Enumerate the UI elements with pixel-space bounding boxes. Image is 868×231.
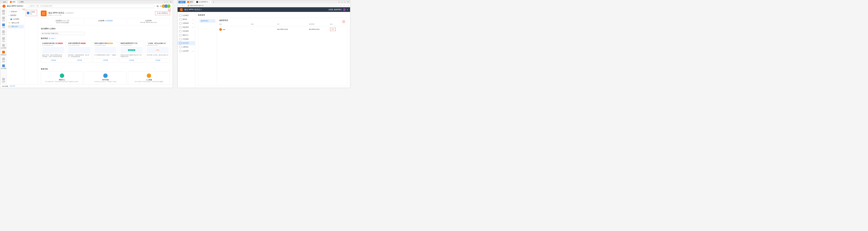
meeting-icon (2, 57, 5, 60)
rail-ent[interactable]: 企业管理 (1, 44, 6, 49)
sidebar-item-settings[interactable]: 企业设置▾ (178, 49, 195, 53)
rail-new[interactable]: +新建 (2, 10, 5, 15)
welcome-text: 欢迎您, 超级管理员 (329, 9, 342, 11)
nav-my-docs[interactable]: 📁 我的云文档 (8, 21, 24, 25)
forward-icon[interactable]: › (180, 5, 181, 6)
chevron-down-icon[interactable]: ▾ (201, 9, 202, 10)
rail-meeting[interactable]: 会议 (2, 57, 5, 63)
sublist-qyzs[interactable]: 1 企业助手 (26, 10, 37, 16)
avatar-group[interactable] (162, 4, 170, 8)
minimize-icon[interactable]: — (341, 1, 343, 3)
sidebar-item-contacts[interactable]: 通讯录▾ (178, 17, 195, 21)
bell-icon[interactable]: ◷ (160, 5, 161, 7)
brand-name: 金山 WPS+云办公 (184, 8, 200, 11)
view-button[interactable]: 立即查看 (42, 58, 64, 62)
page-title: 角色管理 (198, 14, 347, 16)
collapse-icon[interactable]: ︿ (41, 64, 170, 66)
tab-liaoku[interactable]: 稿壳 (8, 0, 17, 3)
stat-package: 企业套餐: 企业基础版 (84, 20, 127, 24)
home-icon[interactable]: ⌂ (184, 5, 185, 6)
gear-icon (179, 50, 182, 52)
card-2[interactable]: 电商行业解决方案 方案推荐已上线 2020年11月2日5个实用电商场景的小锦囊，… (93, 41, 118, 63)
sidebar-item-space[interactable]: 空间管理 (178, 29, 195, 33)
back-icon[interactable]: ‹ (179, 5, 179, 6)
more-icon[interactable]: ⋮ (213, 20, 214, 22)
add-member-button[interactable]: + (67, 20, 69, 22)
rail-files[interactable]: 文档 (2, 24, 5, 29)
chevron-down-icon[interactable]: ▾ (347, 9, 348, 10)
rail-member[interactable]: 稿壳会员 (1, 51, 6, 56)
rail-sea[interactable]: 金山海报 (1, 65, 6, 70)
sidebar-item-approval[interactable]: 审批管理▾ (178, 25, 195, 29)
brand-logo-icon (2, 5, 5, 8)
remove-button[interactable]: 移出 (330, 28, 336, 31)
url-input[interactable]: 🔒 https://work.wps.cn/ (186, 4, 343, 7)
more-help[interactable]: 帮助中心新人帮助手册，手把手教你升级从成往升级版的办公助手 (41, 72, 83, 84)
card-1[interactable]: 全新文档权限设置 新功能已上线 2020年11月2日组织架构，多层级权限设置，随… (67, 41, 92, 63)
space-icon (179, 30, 182, 32)
more-support[interactable]: 人工客服找不到答案? 专业企业服务人员为您提供专属服务 (128, 72, 170, 84)
role-tab-superadmin[interactable]: 超级管理员⋮ (199, 19, 216, 23)
chevron-icon: ▾ (192, 50, 193, 52)
close-icon[interactable]: ✕ (170, 1, 172, 3)
headset-icon[interactable]: 🎧 (157, 5, 159, 7)
nav-team-docs[interactable]: 📁 团队文档 (8, 25, 24, 28)
admin-avatar[interactable] (343, 8, 346, 11)
nav-new-team[interactable]: + 新建团队 (8, 14, 24, 17)
tab-liaoku[interactable]: 稿壳 (186, 0, 194, 3)
view-button[interactable]: 立即查看 (68, 58, 90, 62)
org-name: 金山 WPS+云办公 (48, 12, 64, 14)
tab-admin[interactable]: 企业管理后台 × (194, 0, 211, 3)
stat-space: 企业空间 4.81 GB / 450.00 GB (1.1%) (127, 20, 170, 24)
nav-quick[interactable]: ☆ 快速访问 (8, 10, 24, 13)
rail-todo[interactable]: 待办 (2, 37, 5, 42)
star-icon[interactable]: ☆ (346, 5, 347, 6)
view-button[interactable]: 立即查看 (94, 58, 117, 62)
doc-icon (10, 1, 12, 3)
sidebar-item-share[interactable]: 分享管控 (178, 45, 195, 49)
tab-close-icon[interactable]: × (209, 1, 210, 3)
minimize-icon[interactable]: — (164, 1, 166, 3)
chevron-down-icon[interactable]: ▾ (23, 5, 24, 7)
tab-new[interactable]: + 新建 (17, 0, 25, 3)
search-input[interactable]: ⌕ 搜索文件、团队、技巧或直接输入网址 (26, 5, 155, 8)
tab-wps[interactable]: WPS (1, 1, 8, 3)
sidebar-item-logs[interactable]: 日志报表 (178, 37, 195, 41)
window-controls: — □ ✕ (338, 1, 349, 3)
maximize-icon[interactable]: □ (344, 1, 346, 3)
rail-app[interactable]: 应用 (2, 78, 5, 84)
card-4[interactable]: 「企业版」能为企业做什么?白云板 2020年11月3日WPS点击开通了企业版，都… (145, 41, 170, 63)
ent-space-link[interactable]: 企业空间 (10, 85, 15, 87)
plus-icon: + (2, 10, 5, 12)
user-avatar[interactable] (338, 1, 340, 3)
academy-icon (103, 74, 107, 78)
file-nav: ☆ 快速访问 + 新建团队 👥 全员团队 📁 我的云文档 📁 团队文档 (7, 9, 25, 84)
grid-icon (2, 78, 5, 80)
sidebar-item-roles[interactable]: 3 角色管理 (178, 41, 195, 45)
close-icon[interactable]: ✕ (347, 1, 349, 3)
admin-icon (196, 1, 198, 3)
refresh-link[interactable]: 换一批切 ↻ (49, 38, 56, 39)
view-button[interactable]: 立即查看 (120, 58, 143, 62)
view-button[interactable]: 立即查看 (147, 58, 169, 62)
tab-add[interactable]: + (211, 1, 216, 3)
more-academy[interactable]: WPS学院专业的wps办公技巧，再增提升小课堂 (84, 72, 126, 84)
menu-icon[interactable]: ≡ (348, 5, 349, 6)
sidebar-item-value[interactable]: 增值中心 (178, 33, 195, 37)
nav-all-team[interactable]: 👥 全员团队 (8, 17, 24, 21)
ent-icon (2, 44, 5, 47)
sidebar-item-overview[interactable]: 企业概况 (178, 13, 195, 17)
tab-wps[interactable]: WPS (179, 1, 186, 3)
maximize-icon[interactable]: □ (167, 1, 169, 3)
card-0[interactable]: 企业身份切换功能上线 新功能已上线 2020年11月2日就是工作场，多家公司事务… (41, 41, 65, 63)
sidebar-item-docs[interactable]: 文档管理▾ (178, 21, 195, 25)
rail-open[interactable]: 打开 (2, 17, 5, 22)
help-section: 请问需要什么帮助? (41, 28, 170, 35)
card-3[interactable]: 表格区域权限设置不可见已上线 2020年11月4日我的护手霜表格无处分散可隐藏区… (119, 41, 144, 63)
rail-share[interactable]: 共享 (2, 30, 5, 35)
package-link[interactable]: 企业基础版 (105, 20, 113, 21)
help-search-input[interactable] (41, 32, 85, 35)
enter-admin-button[interactable]: 2 ⊞ 进入管理后台 (155, 11, 170, 15)
reload-icon[interactable]: ⟳ (182, 5, 183, 6)
clip-icon[interactable]: ✂ (343, 5, 345, 6)
